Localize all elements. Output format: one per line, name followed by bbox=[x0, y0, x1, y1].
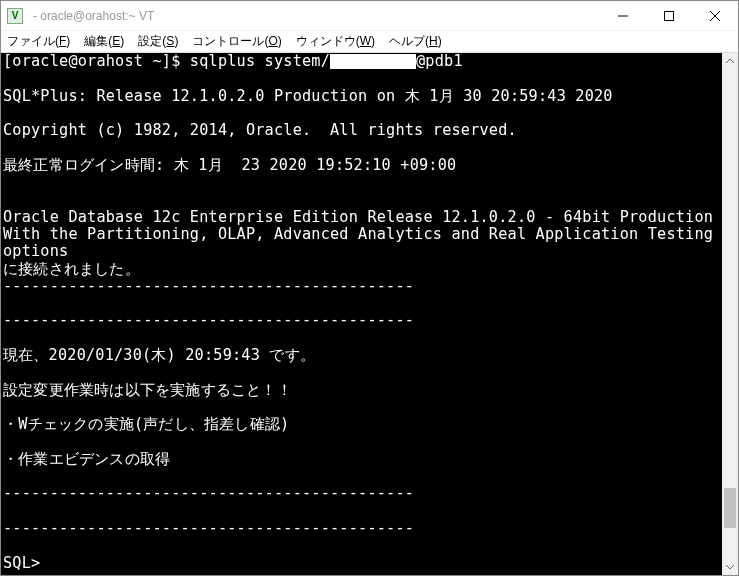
close-button[interactable] bbox=[692, 1, 738, 31]
menu-edit[interactable]: 編集(E) bbox=[84, 33, 124, 50]
sql-prompt: SQL> bbox=[3, 554, 40, 572]
minimize-button[interactable] bbox=[600, 1, 646, 31]
maximize-icon bbox=[664, 11, 674, 21]
terminal-line: ----------------------------------------… bbox=[3, 277, 414, 295]
svg-rect-1 bbox=[665, 11, 674, 20]
password-redacted bbox=[330, 54, 416, 69]
menu-help[interactable]: ヘルプ(H) bbox=[389, 33, 442, 50]
terminal-line: 設定変更作業時は以下を実施すること！！ bbox=[3, 381, 292, 399]
maximize-button[interactable] bbox=[646, 1, 692, 31]
scroll-thumb[interactable] bbox=[724, 488, 736, 528]
terminal-line: SQL*Plus: Release 12.1.0.2.0 Production … bbox=[3, 87, 613, 105]
terminal-line: に接続されました。 bbox=[3, 260, 140, 278]
menu-file[interactable]: ファイル(F) bbox=[7, 33, 70, 50]
terminal-line: ・作業エビデンスの取得 bbox=[3, 450, 170, 468]
terminal-line: ----------------------------------------… bbox=[3, 311, 414, 329]
titlebar: V - oracle@orahost:~ VT bbox=[1, 1, 738, 31]
terminal-line: ・Wチェックの実施(声だし、指差し確認) bbox=[3, 415, 289, 433]
terminal-area: [oracle@orahost ~]$ sqlplus system/@pdb1… bbox=[1, 53, 738, 575]
chevron-up-icon bbox=[726, 58, 734, 64]
scroll-up-button[interactable] bbox=[722, 53, 738, 69]
menu-settings[interactable]: 設定(S) bbox=[138, 33, 178, 50]
terminal-line: 現在、2020/01/30(木) 20:59:43 です。 bbox=[3, 346, 315, 364]
chevron-down-icon bbox=[726, 564, 734, 570]
terminal-line: With the Partitioning, OLAP, Advanced An… bbox=[3, 225, 722, 260]
minimize-icon bbox=[618, 11, 628, 21]
menu-window[interactable]: ウィンドウ(W) bbox=[296, 33, 375, 50]
prompt-line: [oracle@orahost ~]$ sqlplus system/@pdb1 bbox=[3, 53, 463, 70]
terminal-line: ----------------------------------------… bbox=[3, 484, 414, 502]
menu-control[interactable]: コントロール(O) bbox=[192, 33, 281, 50]
terminal-output[interactable]: [oracle@orahost ~]$ sqlplus system/@pdb1… bbox=[1, 53, 722, 575]
close-icon bbox=[710, 11, 720, 21]
scroll-down-button[interactable] bbox=[722, 559, 738, 575]
terminal-line: Copyright (c) 1982, 2014, Oracle. All ri… bbox=[3, 121, 517, 139]
terminal-line: Oracle Database 12c Enterprise Edition R… bbox=[3, 208, 713, 226]
app-icon: V bbox=[7, 8, 23, 24]
terminal-line: 最終正常ログイン時間: 木 1月 23 2020 19:52:10 +09:00 bbox=[3, 156, 456, 174]
menubar: ファイル(F) 編集(E) 設定(S) コントロール(O) ウィンドウ(W) ヘ… bbox=[1, 31, 738, 53]
scrollbar[interactable] bbox=[722, 53, 738, 575]
terminal-line: ----------------------------------------… bbox=[3, 519, 414, 537]
window-title: - oracle@orahost:~ VT bbox=[29, 9, 600, 23]
